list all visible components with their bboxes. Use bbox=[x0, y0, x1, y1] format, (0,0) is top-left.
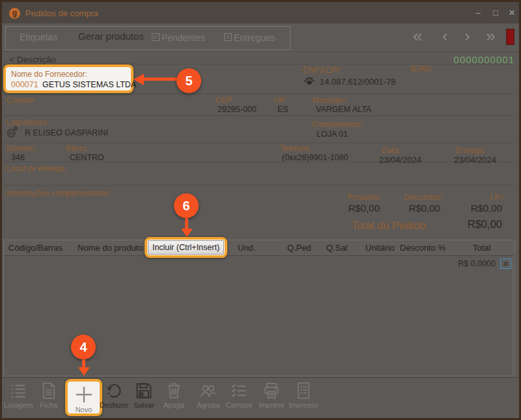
supplier-field-highlight[interactable]: Nome do Fornecedor: 000071 GETUS SISTEMA… bbox=[3, 64, 134, 93]
record-indicator[interactable] bbox=[506, 29, 514, 45]
campos-label: Campos bbox=[224, 401, 254, 409]
minimize-button[interactable]: – bbox=[470, 7, 486, 20]
ierg-label: IE/RG: bbox=[410, 64, 434, 74]
apaga-label: Apaga bbox=[160, 401, 188, 409]
etiquetas-button[interactable]: Etiquetas bbox=[20, 32, 57, 42]
divider bbox=[3, 185, 515, 186]
ipi-label: I.P.I: bbox=[460, 193, 505, 202]
campos-button[interactable]: Campos bbox=[224, 382, 254, 409]
produtos-value: R$0,00 bbox=[322, 203, 380, 214]
logradouro-value[interactable]: R ELISEO GASPARINI bbox=[25, 128, 108, 137]
imprime-button[interactable]: Imprime bbox=[257, 382, 287, 409]
apaga-button[interactable]: Apaga bbox=[160, 382, 188, 409]
local-entrega-label: Local de entrega: bbox=[7, 164, 67, 173]
divider bbox=[2, 377, 519, 378]
step6-badge: 6 bbox=[174, 193, 199, 218]
numero-value[interactable]: 346 bbox=[11, 153, 25, 162]
divider bbox=[3, 94, 515, 94]
fields-icon bbox=[224, 382, 254, 400]
total-pedido-value: R$0,00 bbox=[427, 218, 502, 231]
cnpj-value[interactable]: 14.087.612/0001-78 bbox=[320, 77, 395, 87]
entregues-checkbox[interactable]: ✓ bbox=[224, 33, 232, 41]
total-pedido-label: Total do Pedido: bbox=[326, 219, 429, 232]
listagem-label: Listagem bbox=[3, 401, 33, 409]
window-border-left bbox=[0, 0, 2, 420]
list-icon bbox=[3, 382, 33, 400]
col-und[interactable]: Und. bbox=[238, 240, 255, 255]
col-unitario[interactable]: Unitário bbox=[365, 240, 395, 255]
ipi-value: R$0,00 bbox=[448, 203, 502, 214]
step5-arrowhead bbox=[134, 74, 144, 85]
descontos-label: Descontos: bbox=[391, 193, 443, 202]
col-desconto[interactable]: Desconto % bbox=[400, 240, 445, 255]
data-label: Data: bbox=[382, 146, 401, 155]
trash-icon bbox=[160, 382, 188, 400]
cep-value[interactable]: 29295-000 bbox=[218, 105, 257, 114]
supplier-code[interactable]: 000071 bbox=[11, 80, 38, 89]
salvar-button[interactable]: Salvar bbox=[130, 382, 158, 409]
salvar-label: Salvar bbox=[130, 401, 158, 409]
agrupa-button[interactable]: Agrupa bbox=[193, 382, 223, 409]
pendentes-label: Pendentes bbox=[162, 33, 205, 43]
maximize-button[interactable]: □ bbox=[488, 7, 503, 20]
numero-label: Número: bbox=[7, 144, 36, 153]
globe-icon bbox=[6, 126, 19, 139]
entregues-label: Entregues bbox=[234, 33, 275, 43]
impresso-button[interactable]: Impresso bbox=[287, 382, 320, 409]
report-icon bbox=[287, 382, 320, 400]
nav-first-icon[interactable]: « bbox=[413, 27, 422, 44]
col-total[interactable]: Total bbox=[473, 240, 490, 255]
col-qped[interactable]: Q.Ped bbox=[287, 240, 311, 255]
nav-last-icon[interactable]: » bbox=[486, 27, 495, 44]
descontos-value: R$0,00 bbox=[386, 203, 440, 214]
incluir-button[interactable]: Incluir (Ctrl+Insert) bbox=[148, 240, 224, 255]
document-icon bbox=[35, 382, 63, 400]
ficha-label: Ficha bbox=[35, 401, 63, 409]
cnpj-label: CNPJ/CPF: bbox=[303, 66, 343, 75]
municipio-value[interactable]: VARGEM ALTA bbox=[316, 105, 371, 114]
info-complementares-label: Informações complementares: bbox=[7, 189, 111, 198]
step5-arrow-line bbox=[143, 77, 177, 81]
novo-button-highlight[interactable]: Novo bbox=[65, 379, 102, 416]
app-logo-icon: g bbox=[9, 8, 20, 19]
paw-icon bbox=[303, 76, 315, 86]
grid-header: Código/Barras Nome do produto Und. Q.Ped… bbox=[4, 240, 514, 256]
contato-label: Contato: bbox=[7, 96, 36, 105]
col-nome-produto[interactable]: Nome do produto bbox=[77, 240, 143, 255]
divider bbox=[2, 51, 519, 52]
step5-badge: 5 bbox=[176, 68, 201, 93]
pendentes-checkbox[interactable]: ✓ bbox=[152, 33, 160, 41]
uf-value[interactable]: ES bbox=[277, 105, 289, 114]
printer-icon bbox=[257, 382, 287, 400]
col-qsal[interactable]: Q.Sal bbox=[326, 240, 348, 255]
entrega-value[interactable]: 23/04/2024 bbox=[454, 155, 496, 165]
desfazer-button[interactable]: Desfazer bbox=[99, 382, 129, 409]
incluir-button-highlight: Incluir (Ctrl+Insert) bbox=[145, 237, 227, 258]
divider bbox=[3, 115, 515, 116]
ficha-button[interactable]: Ficha bbox=[35, 382, 63, 409]
telefone-value[interactable]: (0xx28)9901-1080 bbox=[282, 153, 348, 162]
empty-row-total: R$ 0,0000 bbox=[421, 259, 496, 268]
novo-label: Novo bbox=[68, 406, 100, 413]
step4-badge: 4 bbox=[71, 335, 96, 359]
back-description-link[interactable]: < Descrição bbox=[9, 55, 56, 64]
nav-prev-icon[interactable]: ‹ bbox=[442, 27, 448, 44]
delete-row-button[interactable]: ✕ bbox=[500, 259, 511, 269]
entrega-label: Entrega: bbox=[456, 146, 485, 155]
nav-next-icon[interactable]: › bbox=[464, 27, 470, 44]
supplier-name[interactable]: GETUS SISTEMAS LTDA bbox=[42, 80, 136, 89]
uf-label: UF: bbox=[274, 96, 287, 105]
listagem-button[interactable]: Listagem bbox=[3, 382, 33, 409]
imprime-label: Imprime bbox=[257, 401, 287, 409]
agrupa-label: Agrupa bbox=[193, 401, 223, 409]
municipio-label: Município: bbox=[313, 96, 348, 105]
desfazer-label: Desfazer bbox=[99, 401, 129, 409]
col-codigo-barras[interactable]: Código/Barras bbox=[8, 240, 63, 255]
close-button[interactable]: ✕ bbox=[504, 7, 520, 20]
gerar-produtos-button[interactable]: Gerar produtos bbox=[78, 31, 144, 42]
complemento-value[interactable]: LOJA 01 bbox=[317, 130, 348, 139]
group-icon bbox=[193, 382, 223, 400]
data-value[interactable]: 23/04/2024 bbox=[379, 155, 421, 165]
cep-label: CEP: bbox=[216, 96, 234, 105]
bairro-value[interactable]: CENTRO bbox=[70, 153, 104, 162]
